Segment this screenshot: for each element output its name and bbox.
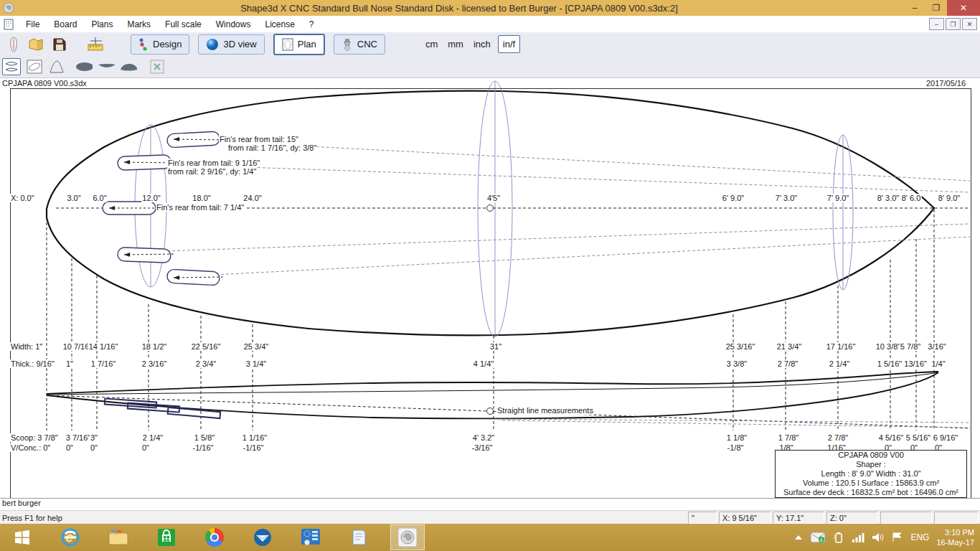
vconc-value: 0" bbox=[65, 443, 74, 452]
main-toolbar: Design 3D view Plan CNC cm mm inch in/f bbox=[0, 32, 980, 57]
unit-mm-button[interactable]: mm bbox=[448, 39, 463, 50]
clock-date: 16-May-17 bbox=[936, 537, 974, 547]
scoop-value: 4' 3.2" bbox=[472, 433, 495, 442]
tray-mail-icon[interactable] bbox=[810, 532, 826, 543]
menu-full-scale[interactable]: Full scale bbox=[158, 17, 209, 32]
clock-time: 3:10 PM bbox=[936, 527, 974, 537]
tray-chevron-icon[interactable] bbox=[794, 534, 803, 540]
outline-view-icon[interactable] bbox=[2, 58, 21, 75]
menu-windows[interactable]: Windows bbox=[209, 17, 258, 32]
3d-sphere-icon bbox=[206, 38, 219, 51]
fin-note: Fin's rear from tail: 9 1/16" bbox=[167, 159, 260, 167]
minimize-button[interactable]: – bbox=[904, 0, 925, 16]
thick-value: 2 1/4" bbox=[829, 359, 850, 368]
cursor-x-panel: X: 9 5/16" bbox=[719, 512, 771, 524]
fin-note: Fin's rear from tail: 15" bbox=[219, 135, 299, 143]
x-value: 24.0" bbox=[242, 194, 262, 202]
export-icon[interactable] bbox=[149, 59, 166, 75]
x-row-header: X: 0.0" bbox=[10, 194, 35, 202]
board-owner-field[interactable]: bert burger bbox=[0, 498, 980, 510]
tray-battery-icon[interactable] bbox=[833, 532, 844, 543]
unit-cm-button[interactable]: cm bbox=[425, 39, 438, 50]
statusbar: Press F1 for help " X: 9 5/16" Y: 17.1" … bbox=[0, 510, 980, 524]
tray-network-icon[interactable] bbox=[852, 532, 864, 542]
cnc-mode-button[interactable]: CNC bbox=[334, 34, 385, 55]
menu-marks[interactable]: Marks bbox=[120, 17, 158, 32]
vconc-value: 0" bbox=[141, 443, 150, 452]
taskbar-notepad-icon[interactable] bbox=[342, 525, 375, 550]
start-button[interactable] bbox=[6, 525, 39, 550]
taskbar-ie-icon[interactable]: e bbox=[54, 525, 87, 550]
x-value: 8' 6.0 bbox=[901, 194, 922, 202]
deck-shape-icon[interactable] bbox=[120, 59, 137, 75]
x-value: 4'5" bbox=[486, 194, 501, 202]
empty-panel bbox=[880, 512, 932, 524]
scoop-value: 2 1/4" bbox=[142, 433, 164, 442]
close-button[interactable]: ✕ bbox=[947, 0, 980, 16]
taskbar-shape3d-icon[interactable] bbox=[390, 524, 425, 550]
design-icon bbox=[138, 38, 149, 51]
taskbar-thunderbird-icon[interactable] bbox=[246, 525, 279, 550]
vconc-value: -3/16" bbox=[471, 443, 494, 452]
x-value: 3.0" bbox=[66, 194, 81, 202]
menu-help[interactable]: ? bbox=[302, 17, 321, 32]
menu-license[interactable]: License bbox=[258, 17, 301, 32]
width-row-header: Width: 1" bbox=[10, 342, 43, 351]
x-value: 18.0" bbox=[192, 194, 211, 202]
tray-action-center-icon[interactable] bbox=[892, 532, 903, 542]
3d-view-mode-label: 3D view bbox=[223, 39, 256, 50]
restore-button[interactable]: ❐ bbox=[925, 0, 947, 16]
plan-shape-icon[interactable] bbox=[75, 59, 93, 75]
fin-note: Fin's rear from tail: 7 1/4" bbox=[156, 203, 245, 212]
width-value: 25 3/4" bbox=[243, 342, 270, 351]
design-mode-button[interactable]: Design bbox=[131, 34, 189, 55]
thick-value: 1/4" bbox=[930, 359, 946, 368]
width-value: 17 1/16" bbox=[826, 342, 857, 351]
tray-volume-icon[interactable] bbox=[872, 532, 885, 542]
scoop-value: 3 7/16" bbox=[65, 433, 92, 442]
menu-file[interactable]: File bbox=[19, 17, 47, 32]
scoop-value: 3" bbox=[90, 433, 98, 442]
menu-plans[interactable]: Plans bbox=[84, 17, 120, 32]
scoop-value: 4 5/16" bbox=[878, 433, 905, 442]
x-value: 6' 9.0" bbox=[722, 194, 745, 202]
mdi-minimize-button[interactable]: – bbox=[929, 18, 944, 30]
plan-mode-button[interactable]: Plan bbox=[273, 34, 325, 55]
width-value: 10 3/8" bbox=[875, 342, 902, 351]
scoop-value: 6 9/16" bbox=[933, 433, 959, 442]
taskbar-store-icon[interactable] bbox=[150, 525, 183, 550]
unit-inf-button[interactable]: in/f bbox=[498, 35, 520, 53]
shaper-tool-icon[interactable] bbox=[4, 35, 23, 54]
view-toolbar bbox=[0, 56, 980, 78]
app-logo-icon bbox=[3, 2, 14, 14]
document-name-label: CPJAPA 0809 V00.s3dx bbox=[1, 79, 88, 88]
language-indicator[interactable]: ENG bbox=[910, 532, 929, 542]
profile-view-icon[interactable] bbox=[48, 59, 65, 75]
thick-row-header: Thick.: 9/16" bbox=[10, 359, 55, 368]
unit-inch-button[interactable]: inch bbox=[473, 39, 491, 50]
svg-text:e: e bbox=[66, 530, 73, 545]
thick-value: 3 3/8" bbox=[726, 359, 748, 368]
vconc-row-header: V/Conc.: 0" bbox=[10, 443, 51, 452]
measure-ruler-icon[interactable] bbox=[86, 35, 105, 54]
width-value: 22 5/16" bbox=[191, 342, 222, 351]
taskbar-chrome-icon[interactable] bbox=[198, 525, 231, 550]
save-file-icon[interactable] bbox=[50, 35, 69, 54]
slices-view-icon[interactable] bbox=[26, 59, 43, 75]
fin-note: from rail: 2 9/16", dy: 1/4" bbox=[167, 167, 257, 176]
taskbar-settings-app-icon[interactable] bbox=[294, 525, 327, 550]
scoop-value: 1 5/8" bbox=[194, 433, 215, 442]
bottom-shape-icon[interactable] bbox=[98, 59, 115, 75]
scoop-value: 1 1/16" bbox=[242, 433, 268, 442]
x-value: 12.0" bbox=[141, 194, 161, 202]
thick-value: 2 3/16" bbox=[141, 359, 168, 368]
open-file-icon[interactable] bbox=[27, 35, 46, 54]
info-surface: Surface dev deck : 16832.5 cm² bot : 164… bbox=[776, 488, 966, 497]
taskbar-explorer-icon[interactable] bbox=[102, 525, 135, 550]
3d-view-mode-button[interactable]: 3D view bbox=[198, 34, 264, 55]
vconc-value: -1/8" bbox=[727, 443, 745, 452]
menu-board[interactable]: Board bbox=[47, 17, 84, 32]
taskbar-clock[interactable]: 3:10 PM 16-May-17 bbox=[936, 527, 974, 547]
mdi-close-button[interactable]: ✕ bbox=[962, 18, 977, 30]
mdi-restore-button[interactable]: ❐ bbox=[946, 18, 961, 30]
